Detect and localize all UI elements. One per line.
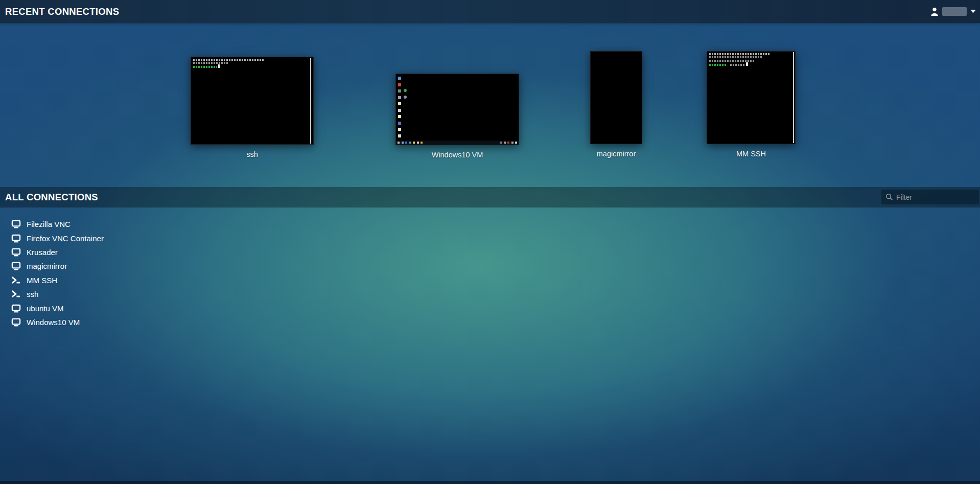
guacamole-home: RECENT CONNECTIONS ssh [0, 0, 980, 484]
terminal-prompt-line [193, 66, 217, 68]
page-title: RECENT CONNECTIONS [0, 6, 119, 17]
terminal-icon [11, 290, 21, 298]
connection-label: Firefox VNC Container [27, 234, 104, 243]
terminal-icon [11, 276, 21, 285]
top-bar: RECENT CONNECTIONS [0, 0, 980, 23]
connection-label: ssh [27, 290, 38, 298]
connection-label: Krusader [27, 248, 58, 257]
recent-connection-label: MM SSH [736, 150, 766, 158]
recent-connection-ssh[interactable]: ssh [191, 57, 314, 158]
connection-row-filezilla-vnc[interactable]: Filezilla VNC [0, 217, 104, 231]
recent-connection-label: Windows10 VM [432, 151, 483, 159]
connection-label: Windows10 VM [27, 318, 80, 327]
windows-desktop-thumbnail [395, 74, 519, 145]
connection-row-mm-ssh[interactable]: MM SSH [0, 273, 104, 287]
monitor-icon [11, 304, 21, 313]
terminal-cursor [746, 62, 748, 66]
connection-label: Filezilla VNC [27, 220, 71, 228]
monitor-icon [11, 220, 21, 228]
recent-connection-magicmirror[interactable]: magicmirror [590, 51, 642, 158]
connection-label: ubuntu VM [27, 304, 64, 313]
connection-label: magicmirror [27, 262, 67, 270]
terminal-cursor [218, 64, 220, 68]
blank-screen-thumbnail [590, 51, 642, 144]
ssh-terminal-thumbnail [191, 57, 314, 145]
windows-taskbar [396, 141, 519, 145]
terminal-scrollbar [793, 52, 795, 143]
user-menu[interactable] [930, 0, 976, 23]
connection-row-krusader[interactable]: Krusader [0, 245, 104, 259]
ssh-terminal-thumbnail [707, 51, 796, 144]
recent-connection-label: ssh [246, 150, 258, 158]
bottom-edge-strip [0, 481, 980, 484]
all-connections-bar: ALL CONNECTIONS [0, 187, 980, 208]
terminal-text-line [709, 53, 769, 55]
connection-list: Filezilla VNC Firefox VNC Container Krus… [0, 217, 104, 329]
terminal-scrollbar [310, 58, 312, 144]
all-connections-title: ALL CONNECTIONS [0, 192, 98, 203]
search-icon [885, 193, 893, 201]
monitor-icon [11, 262, 21, 270]
recent-connection-label: magicmirror [597, 150, 636, 158]
desktop-icons-secondary [404, 89, 407, 99]
desktop-icons [398, 77, 401, 137]
filter-box [881, 190, 979, 204]
connection-label: MM SSH [27, 276, 57, 285]
terminal-text-line [193, 59, 264, 61]
terminal-text-line [709, 56, 762, 58]
terminal-text-line [730, 64, 744, 66]
connection-row-ubuntu-vm[interactable]: ubuntu VM [0, 301, 104, 315]
caret-down-icon [970, 10, 976, 13]
monitor-icon [11, 248, 21, 257]
terminal-prompt-line [709, 64, 727, 66]
recent-connection-mm-ssh[interactable]: MM SSH [707, 51, 796, 158]
user-icon [930, 7, 939, 16]
connection-row-firefox-vnc-container[interactable]: Firefox VNC Container [0, 231, 104, 245]
connection-row-windows10-vm[interactable]: Windows10 VM [0, 315, 104, 329]
username-redacted [942, 7, 967, 16]
monitor-icon [11, 234, 21, 243]
connection-row-ssh[interactable]: ssh [0, 287, 104, 301]
recent-connection-windows10-vm[interactable]: Windows10 VM [395, 74, 519, 159]
monitor-icon [11, 318, 21, 327]
filter-input[interactable] [896, 193, 975, 201]
connection-row-magicmirror[interactable]: magicmirror [0, 259, 104, 273]
